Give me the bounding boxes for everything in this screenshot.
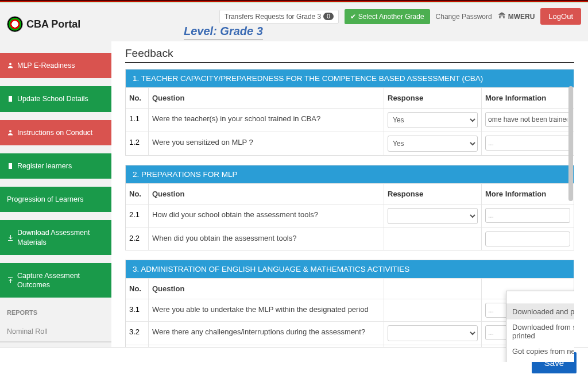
header-response: Response — [384, 184, 482, 204]
table-header: No. Question Response More Information — [126, 87, 574, 108]
header-question: Question — [149, 88, 384, 108]
portal-title: CBA Portal — [26, 18, 80, 30]
dropdown-blank-option[interactable] — [506, 291, 574, 304]
change-password-link[interactable]: Change Password — [436, 13, 492, 21]
check-icon: ✔ — [350, 13, 356, 21]
question-no: 2.1 — [126, 205, 149, 227]
question-no: 1.1 — [126, 109, 149, 132]
sidebar: MLP E-Readiness Update School Details In… — [0, 41, 111, 378]
header-question: Question — [149, 279, 384, 299]
sidebar-item-label: Capture Assesment Outcomes — [17, 271, 105, 290]
question-text: Were there any challenges/interruptions … — [149, 322, 384, 345]
header-no: No. — [126, 184, 149, 204]
person-icon — [7, 129, 14, 136]
dropdown-option[interactable]: Got copies from neighboring school — [506, 344, 574, 359]
level-label: Level: Grade 3 — [184, 25, 263, 40]
sidebar-item-instructions[interactable]: Instructions on Conduct — [0, 120, 111, 145]
select-grade-label: Select Another Grade — [358, 13, 424, 21]
header-no: No. — [126, 279, 149, 299]
question-row: 2.2 When did you obtain the assessment t… — [126, 227, 574, 250]
header-more: More Information — [482, 184, 574, 204]
scrollbar[interactable] — [568, 86, 573, 201]
logo-icon — [7, 16, 23, 32]
question-row: 2.1 How did your school obtain the asses… — [126, 204, 574, 227]
question-no: 1.2 — [126, 132, 149, 155]
sidebar-item-label: Update School Details — [17, 94, 88, 103]
header: CBA Portal Level: Grade 3 Transfers Requ… — [0, 2, 588, 41]
logout-button[interactable]: LogOut — [540, 8, 581, 25]
section-heading: 1. TEACHER CAPACITY/PREPAREDNESS FOR THE… — [126, 70, 574, 87]
response-select[interactable] — [388, 208, 478, 224]
save-bar: Save — [0, 347, 588, 378]
header-no: No. — [126, 88, 149, 108]
top-actions: Transfers Requests for Grade 3 0 ✔ Selec… — [219, 8, 581, 25]
response-select[interactable]: Yes — [388, 112, 478, 128]
response-select[interactable]: Yes — [388, 136, 478, 152]
header-more: More Information — [482, 88, 574, 108]
section-1: 1. TEACHER CAPACITY/PREPAREDNESS FOR THE… — [125, 69, 574, 156]
svg-point-0 — [9, 63, 11, 65]
table-header: No. Question Response More Information — [126, 183, 574, 204]
sidebar-item-update-school[interactable]: Update School Details — [0, 86, 111, 111]
institution-block[interactable]: MWERU — [498, 11, 535, 21]
dropdown-option[interactable]: Downloaded and printed in a cyber café — [506, 304, 574, 319]
response-select[interactable] — [388, 325, 478, 341]
logo-block: CBA Portal — [7, 16, 80, 32]
more-info-input[interactable] — [485, 232, 570, 246]
sidebar-item-progression[interactable]: Progression of Learners — [0, 187, 111, 212]
question-text: Were the teacher(s) in your school train… — [149, 109, 384, 132]
select-grade-button[interactable]: ✔ Select Another Grade — [345, 9, 430, 24]
question-text: Were you able to undertake the MLP withi… — [149, 299, 384, 321]
sidebar-item-label: Progression of Learners — [7, 195, 83, 204]
scroll-area: 1. TEACHER CAPACITY/PREPAREDNESS FOR THE… — [125, 69, 574, 362]
svg-point-1 — [9, 130, 11, 132]
more-info-input[interactable] — [485, 208, 570, 223]
section-heading: 3. ADMINISTRATION OF ENGLISH LANGUAGE & … — [126, 260, 574, 278]
sidebar-item-download-materials[interactable]: Download Assessment Materials — [0, 220, 111, 255]
question-no: 3.2 — [126, 322, 149, 345]
main-content: Feedback 1. TEACHER CAPACITY/PREPAREDNES… — [111, 41, 588, 378]
dropdown-option[interactable]: Downloaded from school computer and prin… — [506, 319, 574, 344]
question-no: 3.1 — [126, 299, 149, 321]
question-row: 1.1 Were the teacher(s) in your school t… — [126, 108, 574, 132]
more-info-input[interactable] — [485, 136, 570, 151]
person-icon — [7, 62, 14, 69]
question-text: When did you obtain the assessment tools… — [149, 228, 384, 250]
institution-name: MWERU — [508, 13, 535, 21]
sidebar-item-label: Instructions on Conduct — [17, 128, 92, 137]
sidebar-item-nominal-roll[interactable]: Nominal Roll — [0, 322, 111, 342]
header-question: Question — [149, 184, 384, 204]
header-response: Response — [384, 88, 482, 108]
page-title: Feedback — [125, 47, 574, 63]
question-text: Were you sensitized on MLP ? — [149, 132, 384, 155]
layout: MLP E-Readiness Update School Details In… — [0, 41, 588, 378]
reports-heading: REPORTS — [0, 306, 111, 319]
upload-icon — [7, 277, 14, 284]
clipboard-icon — [7, 163, 14, 169]
sidebar-item-label: Register learners — [17, 161, 72, 171]
section-heading: 2. PREPARATIONS FOR MLP — [126, 165, 574, 183]
sidebar-item-label: Download Assessment Materials — [17, 228, 105, 247]
more-info-input[interactable] — [485, 112, 570, 127]
transfer-count-badge: 0 — [323, 13, 334, 20]
dropdown-option[interactable]: Got copies from SCDE's office — [506, 359, 574, 362]
sidebar-item-mlp-ereadiness[interactable]: MLP E-Readiness — [0, 53, 111, 78]
question-row: 1.2 Were you sensitized on MLP ? Yes — [126, 132, 574, 155]
question-no: 2.2 — [126, 228, 149, 250]
sidebar-item-register-learners[interactable]: Register learners — [0, 153, 111, 179]
clipboard-icon — [7, 95, 14, 102]
transfer-requests[interactable]: Transfers Requests for Grade 3 0 — [219, 10, 339, 24]
transfer-label: Transfers Requests for Grade 3 — [225, 13, 321, 21]
response-dropdown-open[interactable]: Downloaded and printed in a cyber café D… — [506, 291, 574, 362]
download-icon — [7, 234, 14, 241]
sidebar-item-capture-outcomes[interactable]: Capture Assesment Outcomes — [0, 263, 111, 298]
question-text: How did your school obtain the assessmen… — [149, 205, 384, 227]
section-2: 2. PREPARATIONS FOR MLP No. Question Res… — [125, 165, 574, 250]
institution-icon — [498, 11, 506, 21]
sidebar-item-label: MLP E-Readiness — [17, 61, 75, 70]
